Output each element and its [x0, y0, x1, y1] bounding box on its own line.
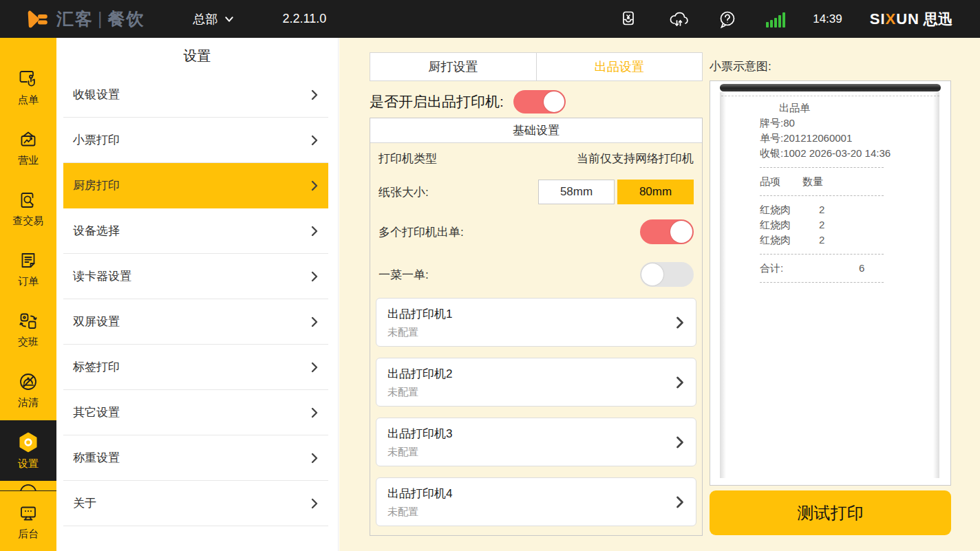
printer-status: 未配置 — [387, 326, 452, 339]
output-printer-2-card[interactable]: 出品打印机2 未配置 — [376, 358, 696, 407]
search-transactions-icon — [17, 189, 39, 211]
chevron-right-icon — [310, 315, 319, 329]
printer-status: 未配置 — [387, 386, 452, 399]
toggle-knob — [670, 221, 692, 243]
paper-size-58mm-button[interactable]: 58mm — [538, 180, 615, 204]
menu-item-dual-screen[interactable]: 双屏设置 — [63, 299, 328, 345]
output-printer-4-card[interactable]: 出品打印机4 未配置 — [376, 477, 696, 526]
receipt-preview-panel: 小票示意图: 出品单 牌号:80 单号:201212060001 收银:1002… — [710, 38, 951, 551]
menu-item-kitchen-print[interactable]: 厨房打印 — [63, 163, 328, 208]
sidebar-item-order[interactable]: 点单 — [0, 57, 56, 118]
toggle-knob — [641, 263, 663, 285]
receipt-preview-title: 小票示意图: — [710, 58, 951, 74]
receipt-divider — [760, 167, 884, 168]
receipt-item-row: 红烧肉2 — [760, 217, 939, 233]
menu-item-about[interactable]: 关于 — [63, 481, 328, 526]
multi-printer-row: 多个打印机出单: — [370, 210, 702, 253]
store-selector[interactable]: 总部 — [193, 11, 235, 28]
receipt-divider — [760, 282, 884, 283]
output-printer-1-card[interactable]: 出品打印机1 未配置 — [376, 298, 696, 347]
business-sign-icon — [17, 129, 39, 151]
menu-item-label-print[interactable]: 标签打印 — [63, 345, 328, 390]
sidebar-item-orders[interactable]: 订单 — [0, 239, 56, 299]
menu-item-receipt-print[interactable]: 小票打印 — [63, 118, 328, 163]
receipt-item-row: 红烧肉2 — [760, 233, 939, 248]
tap-order-icon — [17, 68, 39, 90]
printer-type-row: 打印机类型 当前仅支持网络打印机 — [370, 143, 702, 173]
sidebar-peek-item[interactable] — [0, 481, 56, 490]
settings-menu-title: 设置 — [56, 38, 338, 72]
chevron-right-icon — [310, 88, 319, 102]
app-version: 2.2.11.0 — [283, 12, 327, 26]
receipt-info-line: 牌号:80 — [760, 116, 939, 131]
menu-item-weighing[interactable]: 称重设置 — [63, 435, 328, 481]
sidebar-item-backend[interactable]: 后台 — [0, 491, 56, 551]
paper-size-label: 纸张大小: — [379, 184, 429, 200]
network-signal-icon — [766, 11, 785, 28]
print-settings-tabs: 厨打设置 出品设置 — [370, 52, 703, 81]
tab-kitchen-print-settings[interactable]: 厨打设置 — [370, 53, 537, 80]
test-print-button[interactable]: 测试打印 — [710, 490, 951, 535]
multi-printer-label: 多个打印机出单: — [379, 224, 464, 240]
service-bubble-icon — [17, 481, 40, 490]
sidebar-item-soldout[interactable]: 沽清 — [0, 360, 56, 420]
receipt-divider — [760, 254, 884, 255]
chevron-right-icon — [310, 451, 319, 465]
printer-status: 未配置 — [387, 446, 452, 459]
backend-monitor-icon — [17, 502, 39, 524]
chevron-right-icon — [675, 314, 685, 331]
receipt-preview-card: 出品单 牌号:80 单号:201212060001 收银:1002 2026-0… — [710, 80, 951, 486]
sidebar-item-shift[interactable]: 交班 — [0, 299, 56, 360]
basic-settings-header: 基础设置 — [370, 118, 702, 143]
kitchen-print-panel: 厨打设置 出品设置 是否开启出品打印机: 基础设置 打印机类型 当前仅支持网络打… — [370, 38, 703, 551]
enable-output-printer-label: 是否开启出品打印机: — [370, 92, 504, 111]
orders-document-icon — [17, 250, 39, 272]
paper-size-80mm-button[interactable]: 80mm — [617, 180, 694, 204]
enable-output-printer-toggle[interactable] — [513, 90, 566, 114]
one-dish-one-ticket-toggle[interactable] — [640, 262, 694, 287]
cloud-sync-icon[interactable] — [667, 8, 689, 30]
receipt-header: 出品单 — [760, 100, 939, 116]
sidebar: 点单 营业 查交易 订单 — [0, 38, 56, 551]
app-brand: 汇客|餐饮 — [26, 8, 145, 31]
output-printer-3-card[interactable]: 出品打印机3 未配置 — [376, 418, 696, 466]
paper-size-row: 纸张大小: 58mm 80mm — [370, 173, 702, 210]
chevron-right-icon — [675, 374, 685, 391]
sold-out-icon — [17, 371, 39, 393]
receipt-paper: 出品单 牌号:80 单号:201212060001 收银:1002 2026-0… — [721, 96, 939, 283]
receipt-info-line: 收银:1002 2026-03-20 14:36 — [760, 146, 939, 161]
chevron-right-icon — [310, 360, 319, 374]
basic-settings-card: 基础设置 打印机类型 当前仅支持网络打印机 纸张大小: 58mm 80mm 多个… — [370, 118, 703, 536]
sidebar-item-settings[interactable]: 设置 — [0, 420, 56, 481]
tab-output-settings[interactable]: 出品设置 — [537, 53, 703, 80]
settings-hexagon-icon — [17, 431, 40, 454]
help-icon[interactable] — [716, 8, 738, 30]
chevron-right-icon — [310, 224, 319, 238]
one-dish-one-ticket-row: 一菜一单: — [370, 253, 702, 296]
printer-type-label: 打印机类型 — [379, 151, 437, 166]
clock-time: 14:39 — [813, 12, 842, 26]
multi-printer-toggle[interactable] — [640, 219, 694, 244]
chevron-right-icon — [310, 270, 319, 283]
sidebar-item-transactions[interactable]: 查交易 — [0, 178, 56, 239]
receipt-item-row: 红烧肉2 — [760, 202, 939, 217]
chevron-right-icon — [675, 494, 685, 510]
menu-item-other-settings[interactable]: 其它设置 — [63, 390, 328, 435]
brand-logo-icon — [26, 8, 50, 31]
receipt-info-line: 单号:201212060001 — [760, 131, 939, 146]
cash-drawer-icon[interactable] — [617, 8, 639, 30]
menu-item-card-reader[interactable]: 读卡器设置 — [63, 254, 328, 299]
chevron-right-icon — [310, 133, 319, 147]
sidebar-item-business[interactable]: 营业 — [0, 118, 56, 178]
one-dish-one-ticket-label: 一菜一单: — [379, 267, 429, 283]
shift-swap-icon — [17, 310, 39, 332]
settings-menu-panel: 设置 收银设置 小票打印 厨房打印 设备选择 读卡器设置 双屏设置 标签打印 — [56, 38, 339, 551]
menu-item-cashier-settings[interactable]: 收银设置 — [63, 72, 328, 118]
vendor-logo: SIXUN思迅 — [870, 10, 952, 29]
menu-item-device-select[interactable]: 设备选择 — [63, 208, 328, 254]
brand-name: 汇客|餐饮 — [56, 8, 145, 30]
chevron-right-icon — [310, 497, 319, 510]
chevron-right-icon — [675, 434, 685, 451]
receipt-total-row: 合计:6 — [760, 261, 939, 276]
settings-menu-list: 收银设置 小票打印 厨房打印 设备选择 读卡器设置 双屏设置 标签打印 其它设 — [63, 72, 328, 526]
